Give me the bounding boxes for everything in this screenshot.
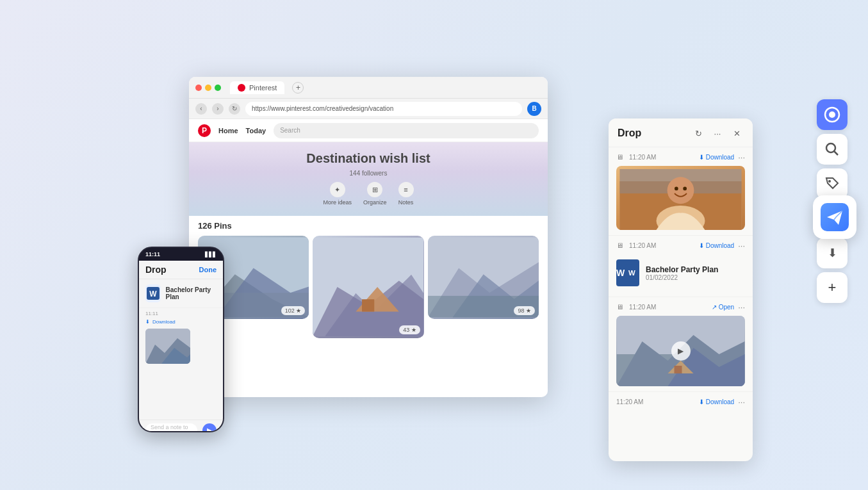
download-btn-bottom[interactable]: ⬇ Download bbox=[699, 398, 734, 405]
file-date: 01/02/2022 bbox=[646, 274, 745, 281]
organize-icon: ⊞ bbox=[367, 182, 382, 197]
phone-file-item: W Bachelor Party Plan bbox=[139, 279, 223, 308]
phone-done-button[interactable]: Done bbox=[199, 266, 217, 274]
pins-grid: 102 ★ 43 ★ 98 ★ bbox=[189, 236, 548, 397]
svg-rect-27 bbox=[675, 366, 682, 373]
add-toolbar-button[interactable]: + bbox=[817, 272, 848, 303]
phone-statusbar: 11:11 ▋▋▋ bbox=[139, 248, 223, 261]
download-btn-1[interactable]: ⬇ Download bbox=[699, 154, 734, 161]
device-icon-2: 🖥 bbox=[616, 241, 625, 250]
drop-msg-2-actions: ⬇ Download ··· bbox=[699, 241, 745, 250]
more-btn-bottom[interactable]: ··· bbox=[738, 397, 745, 407]
paper-plane-svg bbox=[826, 208, 844, 226]
pins-count-header: 126 Pins bbox=[189, 216, 548, 236]
pinterest-nav: P Home Today Search bbox=[189, 119, 548, 142]
browser-titlebar: Pinterest + bbox=[189, 77, 548, 99]
maximize-dot bbox=[215, 85, 221, 91]
more-btn-2[interactable]: ··· bbox=[738, 241, 745, 250]
pinterest-search[interactable]: Search bbox=[274, 123, 539, 138]
file-info: Bachelor Party Plan 01/02/2022 bbox=[646, 265, 745, 281]
phone-drop-title: Drop bbox=[145, 265, 167, 275]
drop-message-3: 🖥 11:20 AM ↗ Open ··· bbox=[609, 297, 753, 392]
open-btn[interactable]: ↗ Open bbox=[712, 304, 734, 311]
board-actions: ✦ More ideas ⊞ Organize ≡ Notes bbox=[198, 182, 539, 206]
tag-toolbar-button[interactable] bbox=[817, 168, 848, 199]
nav-today[interactable]: Today bbox=[246, 127, 266, 135]
drop-msg-3-actions: ↗ Open ··· bbox=[712, 302, 745, 312]
phone-spacer bbox=[139, 366, 223, 392]
url-bar[interactable]: https://www.pinterest.com/creativedesign… bbox=[245, 102, 522, 116]
more-btn-3[interactable]: ··· bbox=[738, 302, 745, 312]
mountain-content: ▶ bbox=[616, 316, 745, 386]
phone-input-bar: Send a note to yourself ▶ bbox=[139, 420, 223, 432]
drop-msg-1-meta: 🖥 11:20 AM ⬇ Download ··· bbox=[616, 152, 745, 162]
window-controls bbox=[195, 85, 221, 91]
notes-icon: ≡ bbox=[398, 182, 414, 197]
svg-text:W: W bbox=[628, 269, 635, 277]
drop-msg-3-meta: 🖥 11:20 AM ↗ Open ··· bbox=[616, 302, 745, 312]
action-more-ideas[interactable]: ✦ More ideas bbox=[323, 182, 352, 206]
phone-send-button[interactable]: ▶ bbox=[202, 423, 217, 433]
bottom-actions: ⬇ Download ··· bbox=[699, 397, 745, 407]
drop-file-item: W Bachelor Party Plan 01/02/2022 bbox=[616, 254, 745, 291]
drop-msg-2-left: 🖥 11:20 AM bbox=[616, 241, 656, 250]
browser-tab-pinterest[interactable]: Pinterest bbox=[230, 81, 284, 94]
search-toolbar-button[interactable] bbox=[817, 134, 848, 165]
action-organize[interactable]: ⊞ Organize bbox=[363, 182, 387, 206]
drop-mountain-image: ▶ bbox=[616, 316, 745, 386]
drop-messages-list: 🖥 11:20 AM ⬇ Download ··· bbox=[609, 147, 753, 461]
drop-refresh-button[interactable]: ↻ bbox=[691, 126, 705, 140]
plane-button-container[interactable] bbox=[813, 195, 856, 239]
more-btn-1[interactable]: ··· bbox=[738, 152, 745, 162]
tag-icon bbox=[824, 176, 840, 192]
reload-button[interactable]: ↻ bbox=[229, 103, 240, 115]
expand-toolbar-button[interactable]: ⬇ bbox=[817, 238, 848, 268]
phone-note-input[interactable]: Send a note to yourself bbox=[145, 423, 197, 433]
phone-thumb-image bbox=[145, 329, 190, 364]
pin-card-2[interactable]: 43 ★ bbox=[313, 236, 423, 338]
drop-panel: Drop ↻ ··· ✕ 🖥 11:20 AM ⬇ Download ··· bbox=[609, 118, 753, 461]
phone-input-placeholder: Send a note to yourself bbox=[151, 424, 192, 433]
phone-download-icon: ⬇ bbox=[145, 319, 150, 325]
drop-msg-1-left: 🖥 11:20 AM bbox=[616, 153, 656, 162]
word-icon-svg: W bbox=[625, 259, 639, 286]
drop-message-2: 🖥 11:20 AM ⬇ Download ··· W bbox=[609, 236, 753, 297]
play-button-icon[interactable]: ▶ bbox=[671, 341, 691, 361]
drop-header-actions: ↻ ··· ✕ bbox=[691, 126, 744, 140]
drop-more-button[interactable]: ··· bbox=[710, 126, 725, 140]
forward-button[interactable]: › bbox=[212, 103, 224, 115]
more-ideas-icon: ✦ bbox=[330, 182, 345, 197]
svg-text:W: W bbox=[149, 290, 157, 298]
close-dot bbox=[195, 85, 202, 91]
phone-file-name: Bachelor Party Plan bbox=[166, 286, 217, 300]
url-text: https://www.pinterest.com/creativedesign… bbox=[252, 105, 393, 112]
phone-download-button[interactable]: Download bbox=[152, 319, 176, 325]
action-notes[interactable]: ≡ Notes bbox=[398, 182, 414, 206]
phone-word-svg: W bbox=[147, 287, 160, 300]
browser-window: Pinterest + ‹ › ↻ https://www.pinterest.… bbox=[189, 77, 548, 397]
person-svg bbox=[616, 169, 745, 230]
download-btn-2[interactable]: ⬇ Download bbox=[699, 242, 734, 249]
pins-count-text: 126 Pins bbox=[198, 221, 232, 231]
drop-bottom-row: 11:20 AM ⬇ Download ··· bbox=[609, 392, 753, 412]
svg-point-16 bbox=[667, 177, 694, 204]
tab-label: Pinterest bbox=[249, 84, 277, 92]
pin-badge-2: 43 ★ bbox=[399, 325, 420, 334]
bezel-toolbar-button[interactable] bbox=[817, 99, 848, 130]
new-tab-button[interactable]: + bbox=[292, 82, 304, 94]
pin-card-3[interactable]: 98 ★ bbox=[428, 236, 539, 319]
drop-panel-title: Drop bbox=[618, 127, 641, 139]
browser-addressbar: ‹ › ↻ https://www.pinterest.com/creative… bbox=[189, 99, 548, 119]
drop-msg-1-actions: ⬇ Download ··· bbox=[699, 152, 745, 162]
back-button[interactable]: ‹ bbox=[195, 103, 207, 115]
phone-screen: Drop Done W Bachelor Party Plan 11:11 ⬇ … bbox=[139, 261, 223, 420]
phone-section-time: 11:11 bbox=[139, 308, 223, 318]
pinterest-logo: P bbox=[198, 124, 211, 137]
followers-count: 144 followers bbox=[198, 170, 539, 177]
extension-button[interactable]: B bbox=[527, 102, 541, 116]
nav-home[interactable]: Home bbox=[218, 127, 238, 135]
drop-close-button[interactable]: ✕ bbox=[730, 126, 744, 140]
board-title: Destination wish list bbox=[198, 151, 539, 166]
drop-photo-1 bbox=[616, 166, 745, 230]
phone-download-row: ⬇ Download bbox=[139, 318, 223, 326]
